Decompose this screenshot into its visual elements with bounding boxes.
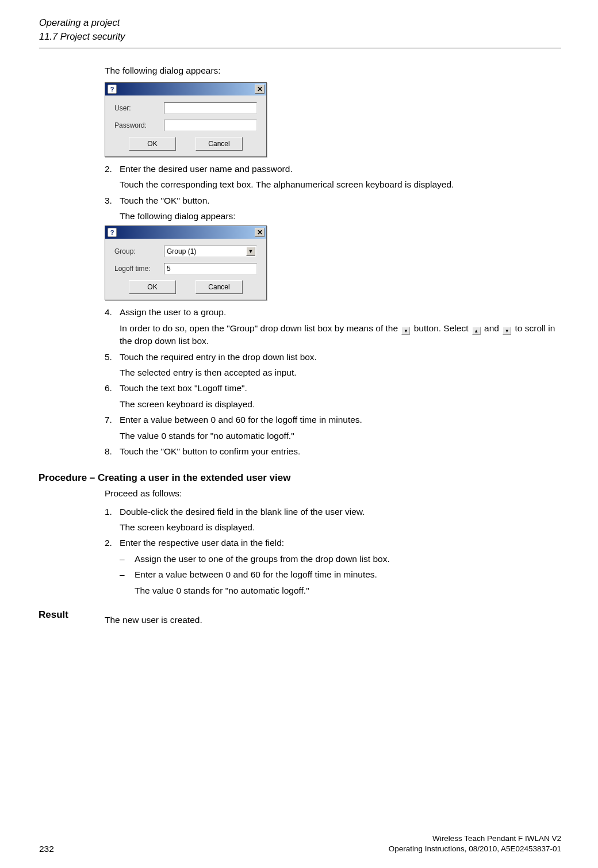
dialog-titlebar: ? ✕ (105, 83, 266, 95)
ok-button[interactable]: OK (129, 280, 176, 294)
footer-info: Wireless Teach Pendant F IWLAN V2 Operat… (54, 833, 561, 854)
question-icon: ? (108, 228, 117, 237)
close-button[interactable]: ✕ (255, 85, 264, 94)
page-footer: 232 Wireless Teach Pendant F IWLAN V2 Op… (0, 833, 598, 854)
step-7-sub: The value 0 stands for "no automatic log… (120, 430, 561, 442)
step-6-sub: The screen keyboard is displayed. (120, 398, 561, 410)
step-4-sub: In order to do so, open the "Group" drop… (120, 322, 561, 347)
step-5-sub: The selected entry is then accepted as i… (120, 366, 561, 378)
group-dialog: ? ✕ Group: Group (1) ▼ Logoff time: 5 OK (105, 225, 267, 300)
proc2-bullet-2-sub: The value 0 stands for "no automatic log… (135, 584, 561, 596)
password-label: Password: (114, 121, 164, 129)
step-6: 6.Touch the text box "Logoff time". (105, 382, 561, 394)
cancel-button[interactable]: Cancel (195, 137, 243, 151)
chevron-down-icon: ▼ (401, 327, 410, 335)
dialog-titlebar: ? ✕ (105, 226, 266, 239)
close-icon: ✕ (257, 85, 263, 93)
step-8: 8.Touch the "OK" button to confirm your … (105, 445, 561, 457)
procedure-heading: Procedure – Creating a user in the exten… (39, 472, 561, 484)
section-title: 11.7 Project security (39, 30, 561, 43)
logoff-time-input[interactable]: 5 (164, 263, 257, 274)
group-label: Group: (114, 247, 164, 255)
group-dropdown[interactable]: Group (1) ▼ (164, 246, 257, 257)
question-icon: ? (108, 85, 117, 94)
page-header: Operating a project 11.7 Project securit… (0, 0, 598, 48)
proc2-bullet-2: –Enter a value between 0 and 60 for the … (120, 568, 561, 580)
step-2-sub: Touch the corresponding text box. The al… (120, 178, 561, 190)
result-text: The new user is created. (105, 614, 561, 626)
footer-line1: Wireless Teach Pendant F IWLAN V2 (54, 833, 561, 844)
login-dialog: ? ✕ User: Password: OK Cancel (105, 82, 267, 157)
procedure-intro: Proceed as follows: (105, 487, 561, 499)
intro-text: The following dialog appears: (105, 64, 561, 77)
step-4: 4.Assign the user to a group. (105, 306, 561, 318)
page-number: 232 (39, 844, 54, 854)
proc2-bullet-1: –Assign the user to one of the groups fr… (120, 553, 561, 565)
main-content: The following dialog appears: ? ✕ User: … (0, 48, 598, 626)
close-button[interactable]: ✕ (255, 228, 264, 237)
chevron-down-icon: ▼ (503, 327, 511, 335)
dropdown-arrow-button[interactable]: ▼ (246, 247, 255, 256)
step-3: 3.Touch the "OK" button. (105, 194, 561, 207)
step-3-sub: The following dialog appears: (120, 210, 561, 222)
proc2-step-1-sub: The screen keyboard is displayed. (120, 521, 561, 533)
password-input[interactable] (164, 120, 257, 131)
chevron-up-icon: ▲ (472, 327, 481, 335)
chevron-down-icon: ▼ (248, 248, 254, 254)
chapter-title: Operating a project (39, 16, 561, 29)
proc2-step-1: 1.Double-click the desired field in the … (105, 506, 561, 518)
footer-line2: Operating Instructions, 08/2010, A5E0245… (54, 844, 561, 854)
proc2-step-2: 2.Enter the respective user data in the … (105, 537, 561, 549)
cancel-button[interactable]: Cancel (195, 280, 243, 294)
user-input[interactable] (164, 102, 257, 114)
logoff-time-label: Logoff time: (114, 265, 164, 273)
ok-button[interactable]: OK (129, 137, 176, 151)
step-7: 7.Enter a value between 0 and 60 for the… (105, 414, 561, 426)
user-label: User: (114, 104, 164, 112)
step-2: 2.Enter the desired user name and passwo… (105, 163, 561, 175)
close-icon: ✕ (257, 228, 263, 236)
step-5: 5.Touch the required entry in the drop d… (105, 351, 561, 363)
